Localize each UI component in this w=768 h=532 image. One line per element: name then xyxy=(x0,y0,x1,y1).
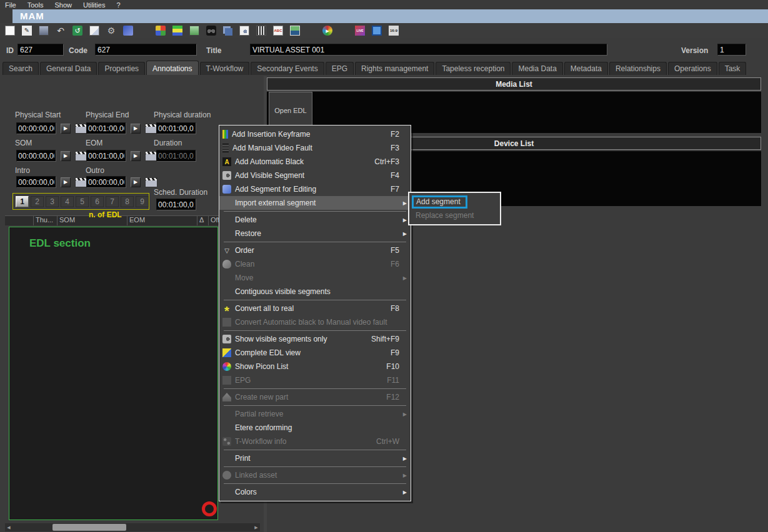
eom-input[interactable] xyxy=(86,150,126,162)
play-button[interactable]: ▶ xyxy=(131,177,141,187)
edl-section-area[interactable]: EDL section xyxy=(9,227,218,520)
physical-start-input[interactable] xyxy=(16,122,56,134)
tab-annotations[interactable]: Annotations xyxy=(146,61,198,75)
tab-search[interactable]: Search xyxy=(2,62,39,75)
refresh-icon[interactable]: ↺ xyxy=(72,26,82,36)
menu-item-show-visible-segments-only[interactable]: Show visible segments onlyShift+F9 xyxy=(219,332,411,346)
intro-input[interactable] xyxy=(16,176,56,188)
menu-item-epg[interactable]: EPGF11 xyxy=(219,373,411,387)
aspect-ratio-icon[interactable]: 16:9 xyxy=(389,26,399,36)
menu-item-print[interactable]: Print▶ xyxy=(219,451,411,465)
menu-item-add-automatic-black[interactable]: Add Automatic BlackCtrl+F3 xyxy=(219,155,411,169)
play-button[interactable]: ▶ xyxy=(61,124,71,134)
id-field[interactable] xyxy=(17,44,64,56)
menubar-item-show[interactable]: Show xyxy=(54,1,72,9)
picture-icon[interactable] xyxy=(290,26,300,36)
menu-item-add-visible-segment[interactable]: Add Visible SegmentF4 xyxy=(219,169,411,182)
tab-general-data[interactable]: General Data xyxy=(40,62,97,75)
cascade-icon[interactable] xyxy=(225,28,232,36)
film-document-icon[interactable] xyxy=(256,26,266,36)
settings-icon[interactable]: ⚙ xyxy=(106,26,116,36)
menu-item-show-picon-list[interactable]: Show Picon ListF10 xyxy=(219,360,411,373)
physical-duration-input[interactable] xyxy=(156,122,196,134)
document-preview-icon[interactable] xyxy=(239,26,249,36)
menu-item-add-segment-for-editing[interactable]: Add Segment for EditingF7 xyxy=(219,182,411,196)
menu-item-move[interactable]: Move▶ xyxy=(219,271,411,285)
submenu-item-add-segment[interactable]: Add segment xyxy=(412,195,497,209)
edl-number-2[interactable]: 2 xyxy=(31,196,44,207)
menu-item-t-workflow-info[interactable]: T-Workflow infoCtrl+W xyxy=(219,435,411,448)
scrollbar-thumb[interactable] xyxy=(52,524,126,531)
menubar-item-file[interactable]: File xyxy=(5,1,16,9)
menu-item-create-new-part[interactable]: Create new partF12 xyxy=(219,390,411,404)
play-button[interactable]: ▶ xyxy=(131,124,141,134)
tab-task[interactable]: Task xyxy=(719,62,747,75)
save-icon[interactable] xyxy=(39,26,49,36)
menu-item-complete-edl-view[interactable]: Complete EDL viewF9 xyxy=(219,346,411,360)
live-icon[interactable]: LIVE xyxy=(355,26,365,36)
tab-properties[interactable]: Properties xyxy=(98,62,145,75)
play-button[interactable]: ▶ xyxy=(61,151,71,161)
menubar-item-[interactable]: ? xyxy=(116,1,120,9)
copy-icon[interactable] xyxy=(89,26,99,36)
clapper-icon[interactable] xyxy=(75,151,87,161)
search-binoculars-icon[interactable] xyxy=(206,26,216,36)
tab-t-workflow[interactable]: T-Workflow xyxy=(200,62,250,75)
windows-icon[interactable] xyxy=(156,26,166,36)
menu-item-add-manual-video-fault[interactable]: Add Manual Video FaultF3 xyxy=(219,141,411,155)
edl-number-8[interactable]: 8 xyxy=(121,196,134,207)
edl-column-header-thu[interactable]: Thu... xyxy=(34,216,57,225)
horizontal-scrollbar[interactable]: ◀ ▶ xyxy=(5,523,260,531)
title-field[interactable] xyxy=(250,44,607,56)
tab-operations[interactable]: Operations xyxy=(668,62,717,75)
menu-item-etere-conforming[interactable]: Etere conforming xyxy=(219,421,411,435)
menu-item-convert-all-to-real[interactable]: Convert all to realF8 xyxy=(219,302,411,315)
menubar-item-tools[interactable]: Tools xyxy=(27,1,44,9)
edl-column-header-eom[interactable]: EOM xyxy=(127,216,197,225)
clapper-icon[interactable] xyxy=(145,177,157,187)
new-document-icon[interactable] xyxy=(5,26,15,36)
menu-item-delete[interactable]: Delete▶ xyxy=(219,213,411,227)
clapper-icon[interactable] xyxy=(145,124,157,134)
color-bars-icon[interactable] xyxy=(172,26,182,36)
tab-rights-management[interactable]: Rights management xyxy=(355,62,434,75)
sched-duration-input[interactable] xyxy=(156,199,196,210)
tab-metadata[interactable]: Metadata xyxy=(564,62,608,75)
tv-icon[interactable] xyxy=(372,26,382,36)
edl-column-header-[interactable]: Δ xyxy=(197,216,209,225)
menu-item-restore[interactable]: Restore▶ xyxy=(219,227,411,240)
play-button[interactable]: ▶ xyxy=(131,151,141,161)
edl-number-7[interactable]: 7 xyxy=(106,196,119,207)
tab-epg[interactable]: EPG xyxy=(326,62,354,75)
menu-item-order[interactable]: OrderF5 xyxy=(219,244,411,257)
edl-number-3[interactable]: 3 xyxy=(46,196,59,207)
export-image-icon[interactable] xyxy=(189,26,199,36)
abc-icon[interactable]: ABC xyxy=(273,26,283,36)
tab-media-data[interactable]: Media Data xyxy=(512,62,562,75)
menu-item-colors[interactable]: Colors▶ xyxy=(219,485,411,499)
menu-item-convert-automatic-black-to-manual-video-fault[interactable]: Convert Automatic black to Manual video … xyxy=(219,315,411,329)
menubar-item-utilities[interactable]: Utilities xyxy=(83,1,105,9)
code-field[interactable] xyxy=(95,44,197,56)
menu-item-contiguous-visible-segments[interactable]: Contiguous visible segments xyxy=(219,285,411,298)
menu-item-partial-retrieve[interactable]: Partial retrieve▶ xyxy=(219,407,411,421)
som-input[interactable] xyxy=(16,150,56,162)
edit-document-icon[interactable]: ✎ xyxy=(22,26,32,36)
open-edl-tab[interactable]: Open EDL xyxy=(269,92,312,129)
clapper-icon[interactable] xyxy=(75,177,87,187)
menu-item-clean[interactable]: CleanF6 xyxy=(219,257,411,271)
menu-item-linked-asset[interactable]: Linked asset▶ xyxy=(219,468,411,482)
version-field[interactable] xyxy=(717,44,746,56)
edl-number-9[interactable]: 9 xyxy=(136,196,149,207)
menu-item-add-insertion-keyframe[interactable]: Add Insertion KeyframeF2 xyxy=(219,127,411,141)
menu-item-import-external-segment[interactable]: Import external segment▶ xyxy=(219,196,411,210)
tab-tapeless-reception[interactable]: Tapeless reception xyxy=(436,62,511,75)
play-button[interactable]: ▶ xyxy=(61,177,71,187)
edl-number-1[interactable]: 1 xyxy=(16,196,29,207)
submenu-item-replace-segment[interactable]: Replace segment xyxy=(412,209,497,222)
outro-input[interactable] xyxy=(86,176,126,188)
edl-number-4[interactable]: 4 xyxy=(61,196,74,207)
undo-icon[interactable]: ↶ xyxy=(56,26,66,36)
edl-column-header-blank[interactable] xyxy=(5,216,34,225)
scroll-right-icon[interactable]: ▶ xyxy=(252,523,260,531)
